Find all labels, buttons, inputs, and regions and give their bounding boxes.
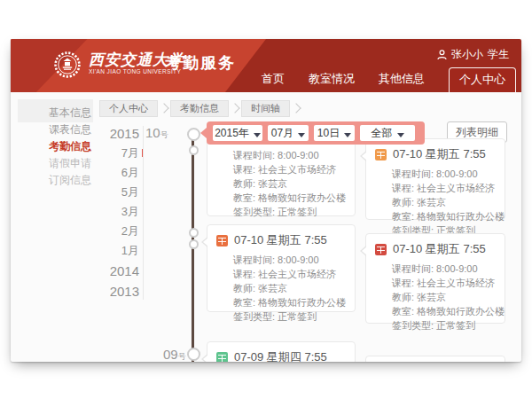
card-date-title: 07-10 星期五 7:55 <box>393 146 486 162</box>
chevron-down-icon <box>397 133 404 141</box>
user-info[interactable]: 张小小 学生 <box>437 47 509 62</box>
type-select[interactable]: 全部 <box>360 125 415 141</box>
timeline-node <box>189 228 199 238</box>
timeline-month-feb[interactable]: 2月 <box>121 222 139 241</box>
timeline-month-jul[interactable]: 7月 <box>121 144 139 163</box>
card-date-title: 07-09 星期四 7:55 <box>234 349 327 362</box>
timeline-day-marker-10: 10号 <box>145 125 168 141</box>
timeline-node <box>187 128 200 141</box>
nav-tab-home[interactable]: 首页 <box>262 71 285 92</box>
timeline-year-2015[interactable]: 2015 <box>110 123 139 144</box>
year-select[interactable]: 2015年 <box>213 125 262 141</box>
breadcrumb-timeline[interactable]: 时间轴 <box>241 100 290 117</box>
timeline-year-nav: 2015 7月 6月 5月 3月 2月 1月 2014 2013 <box>11 123 139 301</box>
timeline-node <box>189 239 199 249</box>
timeline-month-may[interactable]: 5月 <box>121 183 139 202</box>
timeline-nav-divider <box>143 126 144 300</box>
sidebar-item-basic-info[interactable]: 基本信息 <box>49 105 91 121</box>
attendance-card[interactable]: 07-10 星期五 7:55 课程时间: 8:00-9:00 课程: 社会主义市… <box>365 138 505 220</box>
breadcrumb-personal-center[interactable]: 个人中心 <box>99 100 158 117</box>
attendance-app-window: 西安交通大学 XI'AN JIAO TONG UNIVERSITY 考勤服务 张… <box>11 39 521 362</box>
attendance-card[interactable]: 07-10 星期五 7:55 课程时间: 8:00-9:00 课程: 社会主义市… <box>207 224 356 312</box>
chevron-down-icon <box>254 133 261 141</box>
day-select[interactable]: 10日 <box>314 125 355 141</box>
nav-tab-other-info[interactable]: 其他信息 <box>379 71 425 92</box>
user-icon <box>437 50 447 60</box>
attendance-card[interactable]: 07-09 星期四 7:55 <box>207 341 356 362</box>
app-header: 西安交通大学 XI'AN JIAO TONG UNIVERSITY 考勤服务 张… <box>11 39 521 92</box>
timeline-year-2013[interactable]: 2013 <box>110 281 139 301</box>
timeline-day-marker-09: 09号 <box>163 347 186 362</box>
filter-bar: 2015年 07月 10日 全部 <box>207 121 425 145</box>
app-title: 考勤服务 <box>165 52 236 74</box>
calendar-status-icon <box>216 235 228 246</box>
chevron-right-icon <box>159 103 168 113</box>
attendance-card[interactable]: 07-10 星期五 7:55 课程时间: 8:00-9:00 课程: 社会主义市… <box>365 233 505 324</box>
timeline-year-2014[interactable]: 2014 <box>110 261 139 281</box>
chevron-right-icon <box>230 103 239 113</box>
timeline-node <box>189 145 199 155</box>
chevron-right-icon <box>291 103 301 113</box>
card-date-title: 07-10 星期五 7:55 <box>393 241 486 257</box>
timeline-month-jan[interactable]: 1月 <box>121 241 139 261</box>
card-date-title: 07-10 星期五 7:55 <box>234 232 327 248</box>
timeline-month-jun[interactable]: 6月 <box>121 163 139 183</box>
user-role: 学生 <box>488 47 509 62</box>
timeline-node <box>187 348 200 361</box>
calendar-status-icon <box>375 149 387 160</box>
breadcrumb-attendance-info[interactable]: 考勤信息 <box>170 100 229 117</box>
chevron-down-icon <box>344 133 351 141</box>
attendance-card[interactable] <box>365 356 505 362</box>
calendar-status-icon <box>375 244 387 255</box>
university-logo-icon <box>53 51 82 79</box>
nav-tab-personal-center[interactable]: 个人中心 <box>449 67 516 92</box>
user-name: 张小小 <box>451 47 483 62</box>
main-nav: 首页 教室情况 其他信息 个人中心 <box>262 67 516 92</box>
timeline-month-mar[interactable]: 3月 <box>121 202 139 222</box>
breadcrumb: 个人中心 考勤信息 时间轴 <box>99 100 302 117</box>
month-select[interactable]: 07月 <box>268 125 309 141</box>
nav-tab-classrooms[interactable]: 教室情况 <box>309 71 355 92</box>
calendar-status-icon <box>216 352 228 363</box>
chevron-down-icon <box>298 133 305 141</box>
